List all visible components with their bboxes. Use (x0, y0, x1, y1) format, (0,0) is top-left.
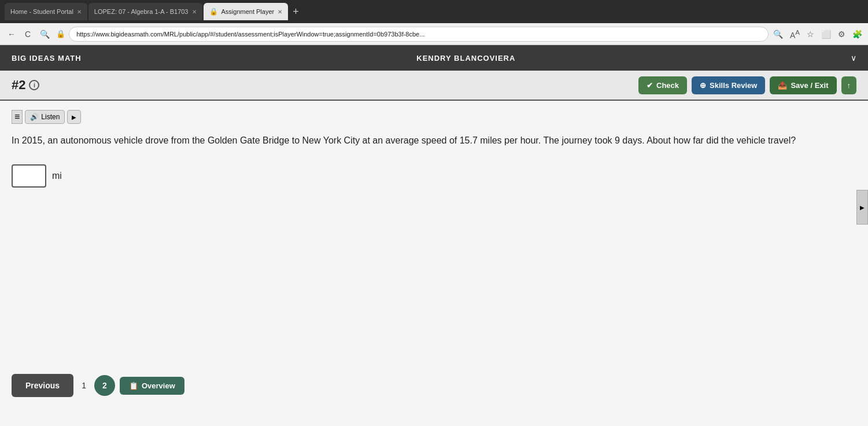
overview-icon: 📋 (129, 381, 138, 390)
back-button[interactable]: ← (5, 28, 19, 40)
split-button[interactable]: ⬜ (820, 28, 832, 40)
tab-home-label: Home - Student Portal (10, 8, 73, 15)
extensions-button[interactable]: 🧩 (851, 28, 863, 40)
text-options-icon[interactable]: ≡ (12, 110, 23, 124)
tab-assignment-label: Assignment Player (221, 8, 275, 15)
listen-button[interactable]: 🔊 Listen (25, 110, 65, 124)
lock-icon: 🔒 (56, 30, 65, 38)
question-toolbar: #2 i ✔ Check ⊕ Skills Review 📤 Save / Ex… (0, 71, 868, 101)
tab-assignment-close[interactable]: ✕ (278, 9, 282, 15)
new-tab-button[interactable]: + (289, 6, 302, 18)
answer-area: mi (12, 164, 856, 188)
app-logo: BIG IDEAS MATH (12, 54, 82, 63)
refresh-button[interactable]: C (22, 28, 34, 40)
save-exit-button[interactable]: 📤 Save / Exit (770, 76, 836, 94)
tab-home[interactable]: Home - Student Portal ✕ (5, 3, 87, 20)
tab-assignment[interactable]: 🔒 Assignment Player ✕ (204, 3, 289, 20)
star-button[interactable]: ☆ (806, 28, 815, 40)
play-icon: ▶ (72, 114, 76, 120)
listen-bar: ≡ 🔊 Listen ▶ (12, 110, 856, 124)
tab-lopez[interactable]: LOPEZ: 07 - Algebra 1-A - B1703 ✕ (88, 3, 202, 20)
browser-chrome: Home - Student Portal ✕ LOPEZ: 07 - Alge… (0, 0, 868, 23)
play-button[interactable]: ▶ (67, 110, 81, 124)
page-2-button[interactable]: 2 (94, 375, 115, 396)
app-container: BIG IDEAS MATH KENDRY BLANCOVIERA ∨ #2 i… (0, 45, 868, 426)
share-button[interactable]: ↑ (841, 76, 857, 94)
app-user: KENDRY BLANCOVIERA (416, 54, 515, 63)
tab-lopez-close[interactable]: ✕ (192, 9, 197, 15)
question-number-label: #2 (12, 78, 25, 93)
bottom-navigation: Previous 1 2 📋 Overview (0, 368, 868, 403)
tab-lopez-label: LOPEZ: 07 - Algebra 1-A - B1703 (94, 8, 189, 15)
info-icon[interactable]: i (29, 80, 39, 90)
previous-button[interactable]: Previous (12, 374, 73, 397)
check-label: Check (656, 81, 679, 90)
skills-icon: ⊕ (700, 81, 706, 90)
font-button[interactable]: AA (789, 27, 801, 41)
content-area: ≡ 🔊 Listen ▶ In 2015, an autonomous vehi… (0, 101, 868, 197)
tab-home-close[interactable]: ✕ (77, 9, 82, 15)
browser-icons: 🔍 AA ☆ ⬜ ⚙ 🧩 (772, 27, 863, 41)
save-icon: 📤 (778, 81, 787, 90)
overview-label: Overview (142, 381, 175, 390)
skills-review-label: Skills Review (710, 81, 757, 90)
check-icon: ✔ (647, 81, 653, 90)
listen-label: Listen (41, 113, 60, 121)
overview-button[interactable]: 📋 Overview (120, 377, 184, 395)
zoom-button[interactable]: 🔍 (772, 28, 784, 40)
check-button[interactable]: ✔ Check (638, 76, 687, 94)
tab-bar: Home - Student Portal ✕ LOPEZ: 07 - Alge… (5, 3, 863, 20)
address-bar-row: ← C 🔍 🔒 🔍 AA ☆ ⬜ ⚙ 🧩 (0, 23, 868, 45)
skills-review-button[interactable]: ⊕ Skills Review (692, 76, 765, 94)
speaker-icon: 🔊 (30, 113, 39, 121)
address-input[interactable] (69, 27, 769, 42)
settings-button[interactable]: ⚙ (837, 28, 847, 40)
user-menu-icon[interactable]: ∨ (851, 53, 856, 63)
question-number: #2 i (12, 78, 39, 93)
save-exit-label: Save / Exit (791, 81, 828, 90)
right-panel-toggle[interactable]: ▶ (856, 190, 868, 225)
question-text: In 2015, an autonomous vehicle drove fro… (12, 133, 856, 148)
page-1-label: 1 (78, 381, 90, 390)
app-header: BIG IDEAS MATH KENDRY BLANCOVIERA ∨ (0, 45, 868, 71)
share-icon: ↑ (847, 81, 851, 90)
unit-label: mi (52, 171, 62, 181)
toolbar-buttons: ✔ Check ⊕ Skills Review 📤 Save / Exit ↑ (638, 76, 856, 94)
panel-chevron-icon: ▶ (860, 204, 865, 211)
answer-input[interactable] (12, 164, 46, 188)
search-button[interactable]: 🔍 (37, 28, 53, 40)
